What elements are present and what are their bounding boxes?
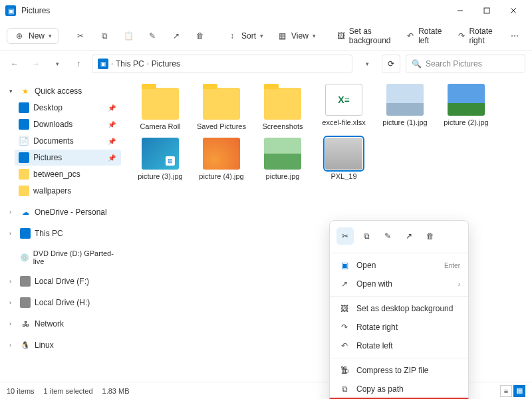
sidebar-desktop[interactable]: Desktop📌 [15,100,121,116]
sidebar-wallpapers[interactable]: wallpapers [15,183,121,199]
new-button[interactable]: ⊕ New ▾ [7,28,59,44]
ctx-rotate-left[interactable]: ↶Rotate left [330,336,468,355]
file-picture-1[interactable]: picture (1).jpg [379,84,431,131]
back-button[interactable]: ← [7,56,23,72]
background-icon: 🖼 [339,303,350,314]
ctx-set-background[interactable]: 🖼Set as desktop background [330,299,468,318]
sidebar-linux[interactable]: ›🐧Linux [5,337,121,353]
ctx-compress-zip[interactable]: 🗜Compress to ZIP file [330,361,468,380]
pin-icon: 📌 [108,154,116,162]
file-picture-3[interactable]: ⊞picture (3).jpg [134,138,186,181]
svg-rect-1 [484,8,489,13]
minimize-button[interactable] [447,1,473,20]
view-button[interactable]: ▦View▾ [271,28,321,44]
star-icon: ★ [20,86,31,96]
sidebar-network[interactable]: ›🖧Network [5,316,121,332]
share-button[interactable]: ↗ [166,28,187,44]
copy-button[interactable]: ⧉ [94,28,115,44]
path-icon: ⧉ [339,384,350,394]
context-quick-actions: ✂ ⧉ ✎ ↗ 🗑 [330,225,468,250]
ctx-rotate-right[interactable]: ↷Rotate right [330,318,468,336]
sidebar-onedrive[interactable]: ›☁OneDrive - Personal [5,204,121,220]
rotate-left-button[interactable]: ↶Rotate left [402,24,450,48]
view-thumbnails-button[interactable]: ▦ [513,385,525,397]
toolbar: ⊕ New ▾ ✂ ⧉ 📋 ✎ ↗ 🗑 ↕Sort▾ ▦View▾ 🖼Set a… [0,21,532,51]
folder-icon [142,88,179,120]
image-thumb [203,138,240,170]
chevron-down-icon: ▾ [49,33,52,39]
address-dropdown[interactable]: ▾ [358,55,376,73]
pin-icon: 📌 [108,121,116,128]
file-picture[interactable]: picture.jpg [257,138,309,181]
chevron-right-icon: › [458,281,460,288]
folder-camera-roll[interactable]: Camera Roll [134,84,186,131]
image-thumb [264,138,301,170]
crumb-thispc[interactable]: This PC [116,59,144,68]
ctx-copy-path[interactable]: ⧉Copy as path [330,380,468,398]
ctx-open[interactable]: ▣OpenEnter [330,256,468,275]
trash-icon: 🗑 [426,231,434,241]
image-thumb [448,84,485,116]
linux-icon: 🐧 [20,340,31,350]
sidebar-quick-access[interactable]: ▾★Quick access [5,83,121,99]
file-pxl[interactable]: PXL_19 [318,138,370,181]
file-picture-4[interactable]: picture (4).jpg [196,138,247,181]
folder-screenshots[interactable]: Screenshots [257,84,309,131]
view-details-button[interactable]: ≡ [500,385,512,397]
background-icon: 🖼 [337,31,345,41]
drive-icon [20,276,31,287]
sidebar-dvd[interactable]: ›💿DVD Drive (D:) GParted-live [5,247,121,268]
sidebar-thispc[interactable]: ›This PC [5,225,121,241]
rotate-left-icon: ↶ [407,31,415,41]
drive-icon [20,297,31,308]
image-thumb: ⊞ [142,138,179,170]
status-count: 10 items [7,387,35,395]
ctx-rename-button[interactable]: ✎ [379,227,396,245]
sidebar-documents[interactable]: 📄Documents📌 [15,133,121,149]
rename-button[interactable]: ✎ [142,28,163,44]
close-button[interactable] [500,1,527,20]
sidebar-downloads[interactable]: Downloads📌 [15,116,121,132]
file-excel[interactable]: X≡excel-file.xlsx [318,84,370,131]
paste-button[interactable]: 📋 [118,28,139,44]
rotate-right-icon: ↷ [458,31,466,41]
recent-dropdown[interactable]: ▾ [49,56,65,72]
crumb-pictures[interactable]: Pictures [152,59,180,68]
ctx-share-button[interactable]: ↗ [400,227,418,245]
folder-icon [264,88,301,120]
file-pane[interactable]: Camera Roll Saved Pictures Screenshots X… [126,77,532,376]
up-button[interactable]: ↑ [70,56,86,72]
set-background-button[interactable]: 🖼Set as background [332,24,399,48]
breadcrumb[interactable]: ▣ › This PC › Pictures [92,55,352,73]
folder-icon [203,88,240,120]
sort-button[interactable]: ↕Sort▾ [221,28,269,44]
search-icon: 🔍 [412,59,422,68]
sidebar-between-pcs[interactable]: between_pcs [15,166,121,182]
cloud-icon: ☁ [20,207,31,217]
sort-icon: ↕ [227,31,237,41]
new-label: New [29,31,45,41]
folder-saved-pictures[interactable]: Saved Pictures [196,84,247,131]
maximize-button[interactable] [473,1,500,20]
overflow-button[interactable]: ⋯ [504,28,525,44]
search-placeholder: Search Pictures [426,59,482,68]
file-picture-2[interactable]: picture (2).jpg [440,84,492,131]
sidebar-pictures[interactable]: Pictures📌 [15,150,121,166]
network-icon: 🖧 [20,319,31,329]
rotate-right-button[interactable]: ↷Rotate right [453,24,501,48]
ctx-open-with[interactable]: ↗Open with› [330,275,468,293]
cut-button[interactable]: ✂ [70,28,91,44]
sidebar-local-h[interactable]: ›Local Drive (H:) [5,295,121,311]
ctx-delete-button[interactable]: 🗑 [422,227,439,245]
app-icon: ▣ [5,5,16,16]
search-input[interactable]: 🔍 Search Pictures [406,55,525,73]
forward-button[interactable]: → [28,56,44,72]
ctx-copy-button[interactable]: ⧉ [358,227,375,245]
ctx-cut-button[interactable]: ✂ [336,227,354,245]
view-icon: ▦ [277,31,287,41]
sidebar-local-f[interactable]: ›Local Drive (F:) [5,273,121,289]
delete-button[interactable]: 🗑 [190,28,211,44]
openwith-icon: ↗ [339,279,350,289]
zip-icon: 🗜 [339,365,350,376]
refresh-button[interactable]: ⟳ [382,55,400,73]
